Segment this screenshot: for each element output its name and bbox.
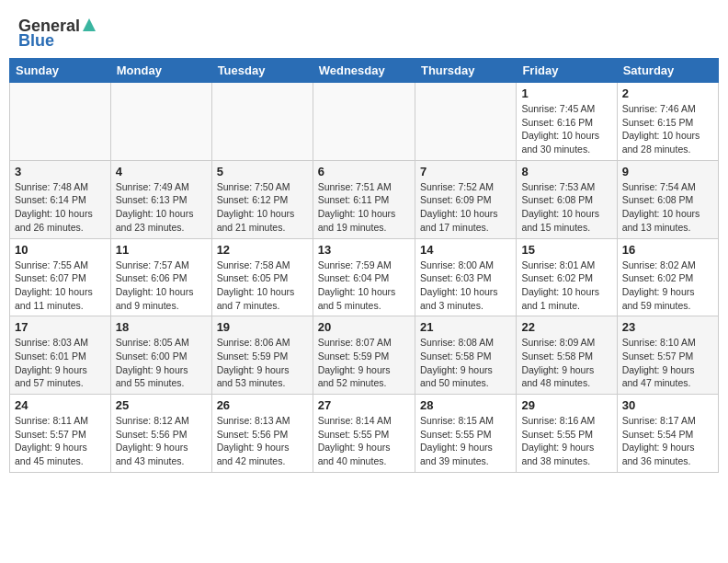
day-number: 11 xyxy=(116,243,207,257)
day-number: 15 xyxy=(521,243,611,257)
day-number: 4 xyxy=(116,165,207,178)
day-number: 1 xyxy=(521,86,611,100)
calendar-day-cell: 19Sunrise: 8:06 AM Sunset: 5:59 PM Dayli… xyxy=(211,316,313,395)
day-number: 20 xyxy=(318,320,410,334)
day-info: Sunrise: 8:02 AM Sunset: 6:02 PM Dayligh… xyxy=(622,259,713,313)
calendar-day-cell: 16Sunrise: 8:02 AM Sunset: 6:02 PM Dayli… xyxy=(617,238,718,316)
calendar-day-cell: 9Sunrise: 7:54 AM Sunset: 6:08 PM Daylig… xyxy=(617,160,718,238)
day-info: Sunrise: 8:13 AM Sunset: 5:56 PM Dayligh… xyxy=(217,414,308,468)
day-number: 30 xyxy=(622,398,713,412)
day-number: 10 xyxy=(15,243,106,257)
day-number: 13 xyxy=(318,243,410,257)
weekday-header-friday: Friday xyxy=(517,59,617,83)
day-number: 6 xyxy=(318,165,410,178)
day-info: Sunrise: 7:54 AM Sunset: 6:08 PM Dayligh… xyxy=(622,180,713,235)
day-number: 17 xyxy=(15,320,106,334)
day-number: 14 xyxy=(420,243,511,257)
calendar-day-cell: 26Sunrise: 8:13 AM Sunset: 5:56 PM Dayli… xyxy=(211,395,313,473)
logo-blue-text: Blue xyxy=(18,32,54,49)
day-number: 5 xyxy=(217,165,308,178)
calendar-day-cell: 13Sunrise: 7:59 AM Sunset: 6:04 PM Dayli… xyxy=(313,238,415,316)
calendar-day-cell: 27Sunrise: 8:14 AM Sunset: 5:55 PM Dayli… xyxy=(313,395,415,473)
day-number: 21 xyxy=(420,320,511,334)
day-info: Sunrise: 8:16 AM Sunset: 5:55 PM Dayligh… xyxy=(521,414,611,468)
day-number: 26 xyxy=(217,398,308,412)
calendar-day-cell: 30Sunrise: 8:17 AM Sunset: 5:54 PM Dayli… xyxy=(617,395,718,473)
calendar-day-cell: 25Sunrise: 8:12 AM Sunset: 5:56 PM Dayli… xyxy=(110,395,211,473)
day-info: Sunrise: 7:46 AM Sunset: 6:15 PM Dayligh… xyxy=(622,102,713,156)
day-number: 18 xyxy=(116,320,207,334)
day-info: Sunrise: 8:07 AM Sunset: 5:59 PM Dayligh… xyxy=(318,336,410,390)
calendar-empty-cell xyxy=(313,83,415,161)
day-number: 27 xyxy=(318,398,410,412)
day-number: 7 xyxy=(420,165,511,178)
calendar-table: SundayMondayTuesdayWednesdayThursdayFrid… xyxy=(9,58,719,473)
day-number: 16 xyxy=(622,243,713,257)
day-info: Sunrise: 8:06 AM Sunset: 5:59 PM Dayligh… xyxy=(217,336,308,390)
calendar-day-cell: 28Sunrise: 8:15 AM Sunset: 5:55 PM Dayli… xyxy=(415,395,516,473)
calendar-day-cell: 29Sunrise: 8:16 AM Sunset: 5:55 PM Dayli… xyxy=(517,395,617,473)
day-number: 19 xyxy=(217,320,308,334)
calendar-week-row: 3Sunrise: 7:48 AM Sunset: 6:14 PM Daylig… xyxy=(10,160,719,238)
calendar-day-cell: 10Sunrise: 7:55 AM Sunset: 6:07 PM Dayli… xyxy=(10,238,111,316)
calendar-day-cell: 4Sunrise: 7:49 AM Sunset: 6:13 PM Daylig… xyxy=(110,160,211,238)
day-info: Sunrise: 8:09 AM Sunset: 5:58 PM Dayligh… xyxy=(521,336,611,390)
calendar-day-cell: 22Sunrise: 8:09 AM Sunset: 5:58 PM Dayli… xyxy=(517,316,617,395)
calendar-day-cell: 2Sunrise: 7:46 AM Sunset: 6:15 PM Daylig… xyxy=(617,83,718,161)
day-number: 29 xyxy=(521,398,611,412)
day-number: 25 xyxy=(116,398,207,412)
day-info: Sunrise: 8:15 AM Sunset: 5:55 PM Dayligh… xyxy=(420,414,511,468)
calendar-day-cell: 11Sunrise: 7:57 AM Sunset: 6:06 PM Dayli… xyxy=(110,238,211,316)
day-number: 22 xyxy=(521,320,611,334)
calendar-day-cell: 1Sunrise: 7:45 AM Sunset: 6:16 PM Daylig… xyxy=(517,83,617,161)
weekday-header-thursday: Thursday xyxy=(415,59,516,83)
calendar-day-cell: 6Sunrise: 7:51 AM Sunset: 6:11 PM Daylig… xyxy=(313,160,415,238)
day-info: Sunrise: 7:57 AM Sunset: 6:06 PM Dayligh… xyxy=(116,259,207,313)
calendar-day-cell: 21Sunrise: 8:08 AM Sunset: 5:58 PM Dayli… xyxy=(415,316,516,395)
calendar-empty-cell xyxy=(415,83,516,161)
calendar-day-cell: 7Sunrise: 7:52 AM Sunset: 6:09 PM Daylig… xyxy=(415,160,516,238)
calendar-empty-cell xyxy=(10,83,111,161)
day-info: Sunrise: 8:05 AM Sunset: 6:00 PM Dayligh… xyxy=(116,336,207,390)
day-info: Sunrise: 8:10 AM Sunset: 5:57 PM Dayligh… xyxy=(622,336,713,390)
logo-triangle-icon xyxy=(83,18,96,34)
day-info: Sunrise: 8:12 AM Sunset: 5:56 PM Dayligh… xyxy=(116,414,207,468)
day-info: Sunrise: 8:03 AM Sunset: 6:01 PM Dayligh… xyxy=(15,336,106,390)
day-info: Sunrise: 7:59 AM Sunset: 6:04 PM Dayligh… xyxy=(318,259,410,313)
weekday-header-wednesday: Wednesday xyxy=(313,59,415,83)
day-number: 23 xyxy=(622,320,713,334)
day-info: Sunrise: 8:11 AM Sunset: 5:57 PM Dayligh… xyxy=(15,414,106,468)
calendar-day-cell: 23Sunrise: 8:10 AM Sunset: 5:57 PM Dayli… xyxy=(617,316,718,395)
day-number: 3 xyxy=(15,165,106,178)
day-info: Sunrise: 7:48 AM Sunset: 6:14 PM Dayligh… xyxy=(15,180,106,235)
logo: General Blue xyxy=(18,17,96,49)
calendar-day-cell: 12Sunrise: 7:58 AM Sunset: 6:05 PM Dayli… xyxy=(211,238,313,316)
weekday-header-monday: Monday xyxy=(110,59,211,83)
day-info: Sunrise: 7:58 AM Sunset: 6:05 PM Dayligh… xyxy=(217,259,308,313)
day-info: Sunrise: 8:01 AM Sunset: 6:02 PM Dayligh… xyxy=(521,259,611,313)
calendar-day-cell: 5Sunrise: 7:50 AM Sunset: 6:12 PM Daylig… xyxy=(211,160,313,238)
day-info: Sunrise: 8:00 AM Sunset: 6:03 PM Dayligh… xyxy=(420,259,511,313)
day-info: Sunrise: 7:53 AM Sunset: 6:08 PM Dayligh… xyxy=(521,180,611,235)
day-number: 9 xyxy=(622,165,713,178)
calendar-empty-cell xyxy=(110,83,211,161)
calendar-week-row: 10Sunrise: 7:55 AM Sunset: 6:07 PM Dayli… xyxy=(10,238,719,316)
weekday-header-sunday: Sunday xyxy=(10,59,111,83)
calendar-week-row: 24Sunrise: 8:11 AM Sunset: 5:57 PM Dayli… xyxy=(10,395,719,473)
day-info: Sunrise: 7:52 AM Sunset: 6:09 PM Dayligh… xyxy=(420,180,511,235)
calendar-week-row: 17Sunrise: 8:03 AM Sunset: 6:01 PM Dayli… xyxy=(10,316,719,395)
calendar-day-cell: 17Sunrise: 8:03 AM Sunset: 6:01 PM Dayli… xyxy=(10,316,111,395)
calendar-header-row: SundayMondayTuesdayWednesdayThursdayFrid… xyxy=(10,59,719,83)
calendar-day-cell: 20Sunrise: 8:07 AM Sunset: 5:59 PM Dayli… xyxy=(313,316,415,395)
day-info: Sunrise: 7:50 AM Sunset: 6:12 PM Dayligh… xyxy=(217,180,308,235)
svg-marker-0 xyxy=(83,18,96,31)
day-info: Sunrise: 7:49 AM Sunset: 6:13 PM Dayligh… xyxy=(116,180,207,235)
day-info: Sunrise: 8:17 AM Sunset: 5:54 PM Dayligh… xyxy=(622,414,713,468)
day-info: Sunrise: 7:55 AM Sunset: 6:07 PM Dayligh… xyxy=(15,259,106,313)
calendar-week-row: 1Sunrise: 7:45 AM Sunset: 6:16 PM Daylig… xyxy=(10,83,719,161)
day-info: Sunrise: 8:14 AM Sunset: 5:55 PM Dayligh… xyxy=(318,414,410,468)
calendar-day-cell: 18Sunrise: 8:05 AM Sunset: 6:00 PM Dayli… xyxy=(110,316,211,395)
calendar-day-cell: 24Sunrise: 8:11 AM Sunset: 5:57 PM Dayli… xyxy=(10,395,111,473)
calendar-day-cell: 14Sunrise: 8:00 AM Sunset: 6:03 PM Dayli… xyxy=(415,238,516,316)
calendar-day-cell: 3Sunrise: 7:48 AM Sunset: 6:14 PM Daylig… xyxy=(10,160,111,238)
